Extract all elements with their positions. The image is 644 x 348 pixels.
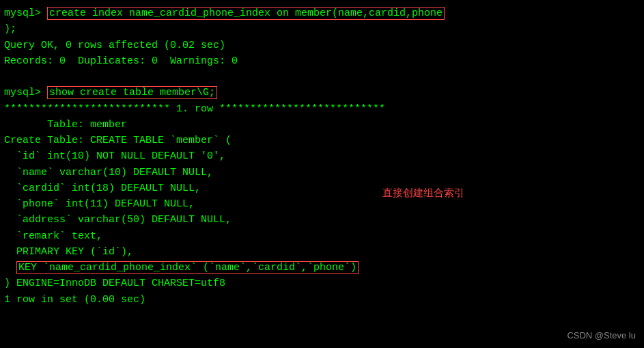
- line-8: Table: member: [4, 117, 640, 133]
- line-11: `name` varchar(10) DEFAULT NULL,: [4, 165, 640, 180]
- line-1: mysql> create index name_cardid_phone_in…: [4, 5, 640, 21]
- prompt-1: mysql>: [4, 8, 47, 19]
- key-index-highlight: KEY `name_cardid_phone_index` (`name`,`c…: [16, 261, 359, 274]
- line-17: KEY `name_cardid_phone_index` (`name`,`c…: [4, 260, 640, 276]
- line-7: *************************** 1. row *****…: [4, 101, 640, 117]
- line-6: mysql> show create table member\G;: [4, 85, 640, 101]
- line-4: Records: 0 Duplicates: 0 Warnings: 0: [4, 53, 640, 69]
- line-blank: [4, 69, 640, 85]
- line-3: Query OK, 0 rows affected (0.02 sec): [4, 38, 640, 53]
- terminal: mysql> create index name_cardid_phone_in…: [0, 0, 644, 348]
- line-15: `remark` text,: [4, 228, 640, 244]
- watermark: CSDN @Steve lu: [567, 329, 636, 343]
- line-12: `cardid` int(18) DEFAULT NULL,: [4, 180, 640, 196]
- line-19: 1 row in set (0.00 sec): [4, 292, 640, 308]
- prompt-2: mysql>: [4, 87, 47, 98]
- cmd-2: show create table member\G;: [47, 86, 217, 99]
- records-label: Records: [4, 55, 47, 67]
- rows-affected: rows affected: [78, 40, 158, 51]
- line-18: ) ENGINE=InnoDB DEFAULT CHARSET=utf8: [4, 276, 640, 291]
- line-14: `address` varchar(50) DEFAULT NULL,: [4, 212, 640, 228]
- cmd-1: create index name_cardid_phone_index on …: [47, 7, 445, 20]
- annotation-label: 直接创建组合索引: [382, 186, 464, 202]
- line-10: `id` int(10) NOT NULL DEFAULT '0',: [4, 148, 640, 164]
- line-2: );: [4, 21, 640, 37]
- line-13: `phone` int(11) DEFAULT NULL,: [4, 196, 640, 212]
- line-9: Create Table: CREATE TABLE `member` (: [4, 133, 640, 148]
- line-16: PRIMARY KEY (`id`),: [4, 244, 640, 260]
